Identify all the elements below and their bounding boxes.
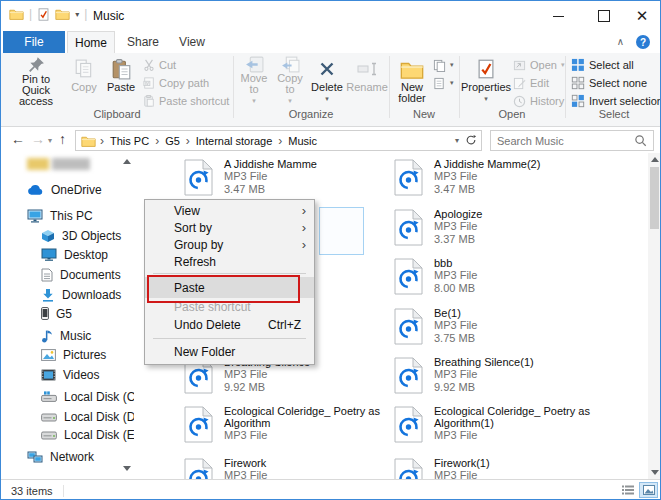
sidebar-item-documents[interactable]: Documents [41, 265, 134, 284]
select-all-button[interactable]: Select all [571, 57, 634, 73]
minimize-button[interactable] [541, 1, 575, 31]
file-list-scrollbar[interactable] [648, 153, 661, 479]
menu-item-label: Sort by [174, 221, 212, 235]
sidebar-item-music[interactable]: Music [41, 326, 134, 345]
open-icon [513, 59, 526, 72]
invert-selection-button[interactable]: Invert selection [571, 93, 661, 109]
move-to-button[interactable]: Move to▾ [237, 55, 271, 105]
copy-path-button[interactable]: Copy path [143, 75, 209, 91]
context-menu-item-undo-delete[interactable]: Undo DeleteCtrl+Z [145, 315, 314, 335]
properties-button[interactable]: Properties▾ [463, 55, 509, 105]
sidebar-item-local-disk-e[interactable]: Local Disk (E:) [41, 425, 134, 444]
sidebar-item-desktop[interactable]: Desktop [41, 245, 134, 264]
address-dropdown-icon[interactable]: ▾ [455, 136, 459, 145]
paste-shortcut-button[interactable]: Paste shortcut [143, 93, 229, 109]
sidebar-scroll-down[interactable] [120, 461, 133, 475]
breadcrumb-segment-this-pc[interactable]: This PC [108, 135, 151, 147]
scroll-down-arrow[interactable] [648, 466, 661, 479]
sidebar-item-this-pc[interactable]: This PC [27, 206, 134, 225]
sidebar-item-label: G5 [56, 307, 72, 321]
rename-button[interactable]: Rename [347, 55, 387, 105]
context-menu-item-view[interactable]: View› [145, 202, 314, 219]
tab-home[interactable]: Home [67, 31, 115, 53]
status-divider [63, 485, 64, 497]
file-name: Ecological Coleridge_ Poetry as Algorith… [434, 405, 606, 429]
minimize-ribbon-icon[interactable]: ∧ [617, 36, 624, 47]
group-divider [233, 56, 234, 118]
submenu-arrow-icon: › [302, 237, 306, 252]
sidebar-item-3d-objects[interactable]: 3D Objects [41, 226, 134, 245]
file-size: 3.47 MB [224, 183, 396, 196]
search-input[interactable]: Search Music [490, 130, 654, 151]
open-button[interactable]: Open▾ [513, 57, 564, 73]
context-menu-item-refresh[interactable]: Refresh [145, 253, 314, 270]
copy-icon [75, 59, 93, 79]
new-folder-quick-icon[interactable] [55, 8, 70, 20]
new-item-button[interactable]: ▾ [433, 57, 454, 73]
tab-file[interactable]: File [3, 31, 65, 53]
sidebar-item-label: 3D Objects [62, 229, 121, 243]
history-button[interactable]: History [513, 93, 564, 109]
sidebar-item-local-disk-d[interactable]: Local Disk (D:) [41, 407, 134, 426]
scrollbar-thumb[interactable] [650, 167, 659, 229]
context-menu-item-sort-by[interactable]: Sort by› [145, 219, 314, 236]
breadcrumb-segment-music[interactable]: Music [286, 135, 319, 147]
recent-locations-icon[interactable]: ▾ [48, 136, 52, 145]
address-bar[interactable]: ›This PC›G5›Internal storage›Music ▾ [75, 130, 482, 151]
document-icon [41, 268, 53, 282]
dropdown-arrow-icon: ▾ [450, 61, 454, 69]
sidebar-item-redacted[interactable] [27, 154, 134, 173]
up-icon[interactable]: ↑ [59, 131, 66, 147]
sidebar-item-network[interactable]: Network [27, 447, 134, 466]
close-button[interactable]: ✕ [625, 1, 659, 31]
context-menu-item-group-by[interactable]: Group by› [145, 236, 314, 253]
sidebar-item-videos[interactable]: Videos [41, 365, 134, 384]
file-size: 8.00 MB [434, 282, 606, 295]
cut-button[interactable]: Cut [143, 57, 176, 73]
delete-button[interactable]: Delete▾ [309, 55, 345, 105]
disk-icon [41, 411, 57, 422]
sidebar-scroll-up[interactable] [120, 154, 133, 168]
file-name: bbb [434, 257, 606, 269]
back-icon[interactable]: ← [11, 131, 25, 147]
qat-dropdown-icon[interactable]: ▾ [75, 10, 79, 19]
copy-button[interactable]: Copy [67, 55, 101, 105]
breadcrumb-segment-internal-storage[interactable]: Internal storage [194, 135, 274, 147]
mp3-file-icon [394, 258, 423, 295]
easy-access-button[interactable]: ▾ [433, 75, 454, 91]
details-view-button[interactable] [618, 482, 637, 498]
sidebar-item-onedrive[interactable]: OneDrive [27, 180, 134, 199]
help-icon[interactable]: ? [636, 35, 650, 49]
pin-to-quick-access-button[interactable]: Pin to Quick access [7, 55, 65, 105]
file-type: MP3 File [224, 368, 396, 381]
download-icon [41, 288, 55, 302]
context-menu-item-new-folder[interactable]: New Folder [145, 342, 314, 362]
sidebar-item-g5[interactable]: G5 [41, 304, 134, 323]
status-bar: 33 items [1, 479, 660, 500]
mp3-file-icon [394, 357, 423, 394]
scroll-up-arrow[interactable] [648, 153, 661, 166]
breadcrumb-segment-g5[interactable]: G5 [163, 135, 182, 147]
sidebar-item-label: Videos [63, 368, 99, 382]
select-all-icon [571, 58, 585, 72]
tab-view[interactable]: View [171, 31, 213, 53]
sidebar-item-downloads[interactable]: Downloads [41, 285, 134, 304]
edit-button[interactable]: Edit [513, 75, 549, 91]
sidebar-item-pictures[interactable]: Pictures [41, 345, 134, 364]
new-folder-button[interactable]: New folder [393, 55, 431, 105]
copy-to-button[interactable]: Copy to▾ [273, 55, 307, 105]
sidebar-item-label: Pictures [63, 348, 106, 362]
mp3-file-icon [184, 406, 213, 443]
group-label-new: New [391, 108, 457, 122]
refresh-icon[interactable] [465, 134, 477, 146]
maximize-button[interactable] [587, 1, 621, 31]
thumbnail-view-button[interactable] [639, 482, 658, 498]
search-icon[interactable] [634, 134, 647, 147]
tab-share[interactable]: Share [119, 31, 167, 53]
select-none-button[interactable]: Select none [571, 75, 647, 91]
properties-quick-icon[interactable] [37, 8, 50, 21]
paste-button[interactable]: Paste [103, 55, 139, 105]
forward-icon[interactable]: → [31, 131, 45, 147]
sidebar-item-local-disk-c[interactable]: Local Disk (C:) [41, 387, 134, 406]
music-icon [41, 329, 53, 343]
